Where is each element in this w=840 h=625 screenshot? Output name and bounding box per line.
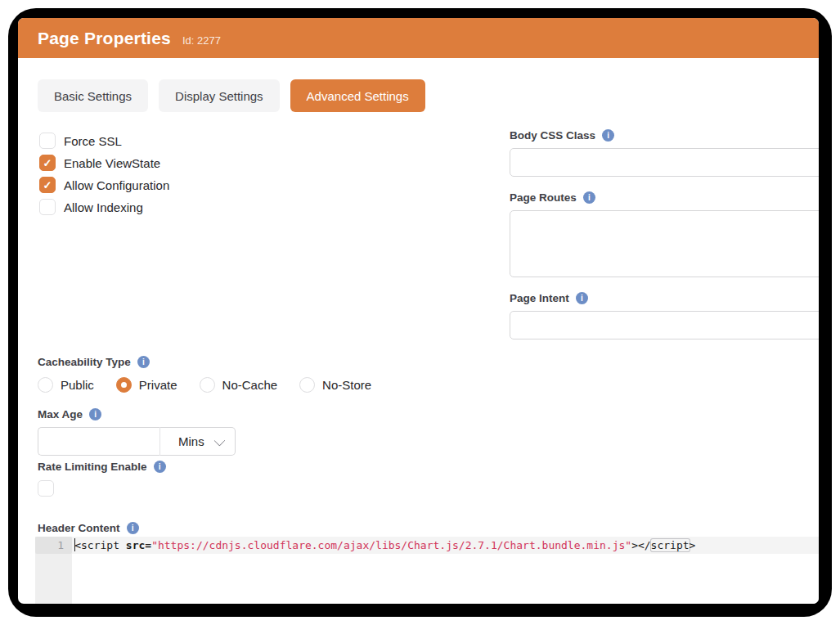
allow-indexing-checkbox[interactable]: ✓ [39,199,56,215]
private-radio[interactable] [116,377,132,393]
rate-limiting-label-row: Rate Limiting Enable i [38,461,166,473]
radio-label: Public [61,378,94,392]
page-intent-input[interactable] [510,311,819,339]
max-age-unit-select[interactable]: Mins [160,427,236,456]
page-intent-label-row: Page Intent i [510,292,819,304]
tab-basic-settings[interactable]: Basic Settings [38,79,148,112]
info-icon[interactable]: i [576,292,588,304]
max-age-label: Max Age [38,408,83,420]
force-ssl-checkbox[interactable]: ✓ [39,133,56,149]
body-css-class-label-row: Body CSS Class i [510,129,819,142]
max-age-section: Max Age i Mins [38,408,236,456]
radio-label: No-Cache [222,378,278,392]
page-properties-dialog: Page Properties Id: 2277 Basic Settings … [18,18,819,604]
radio-option-private: Private [116,377,177,393]
cacheability-radio-group: Public Private No-Cache No-Store [38,377,371,393]
checkbox-label: Allow Configuration [64,178,169,192]
dialog-titlebar: Page Properties Id: 2277 [18,18,819,58]
checkbox-row-allow-indexing: ✓ Allow Indexing [39,199,169,215]
radio-option-public: Public [38,377,94,393]
max-age-input-group: Mins [38,427,236,456]
chevron-down-icon [213,434,225,446]
info-icon[interactable]: i [127,522,139,534]
info-icon[interactable]: i [89,408,101,420]
checkbox-label: Force SSL [64,134,122,148]
code-token: <script [74,539,126,551]
checkbox-row-enable-viewstate: ✓ Enable ViewState [39,155,169,171]
max-age-input[interactable] [38,427,160,456]
line-number: 1 [35,537,72,554]
page-option-checkboxes: ✓ Force SSL ✓ Enable ViewState ✓ Allow C… [39,133,169,215]
header-content-label: Header Content [38,522,120,534]
allow-configuration-checkbox[interactable]: ✓ [39,177,56,193]
radio-option-no-cache: No-Cache [200,377,278,393]
settings-tabs: Basic Settings Display Settings Advanced… [38,79,425,112]
checkbox-label: Enable ViewState [64,156,160,170]
radio-label: No-Store [322,378,371,392]
cacheability-section: Cacheability Type i Public Private No-Ca… [38,356,371,393]
body-css-class-label: Body CSS Class [510,129,595,142]
tab-label: Basic Settings [54,89,132,103]
tab-display-settings[interactable]: Display Settings [159,79,280,112]
code-token: script [651,539,690,551]
rate-limiting-enable-label: Rate Limiting Enable [38,461,147,473]
max-age-label-row: Max Age i [38,408,236,420]
checkbox-row-allow-configuration: ✓ Allow Configuration [39,177,169,193]
rate-limiting-section: Rate Limiting Enable i ✓ [38,461,166,497]
header-content-code-editor[interactable]: 1 <script src="https://cdnjs.cloudflare.… [35,537,819,604]
page-id-label: Id: 2277 [182,34,221,47]
max-age-unit-value: Mins [178,434,204,448]
cacheability-type-label: Cacheability Type [38,356,131,368]
code-editor-gutter: 1 [35,537,72,604]
public-radio[interactable] [38,377,53,393]
radio-option-no-store: No-Store [299,377,371,393]
page-routes-label: Page Routes [510,191,577,204]
code-token: ></ [631,539,650,551]
dialog-title: Page Properties [38,29,171,48]
tab-label: Advanced Settings [307,89,409,103]
right-column-fields: Body CSS Class i Page Routes i Page Inte… [510,129,819,339]
tab-advanced-settings[interactable]: Advanced Settings [290,79,425,112]
radio-label: Private [139,378,177,392]
code-token: > [690,539,696,551]
header-content-label-row: Header Content i [38,522,139,534]
info-icon[interactable]: i [602,129,614,142]
page-intent-label: Page Intent [510,292,569,304]
code-token: src= [126,539,151,551]
tab-label: Display Settings [175,89,263,103]
info-icon[interactable]: i [154,461,166,473]
rate-limiting-checkbox[interactable]: ✓ [38,480,54,497]
checkmark-icon: ✓ [43,180,52,191]
page-routes-label-row: Page Routes i [510,191,819,204]
cacheability-label-row: Cacheability Type i [38,356,371,368]
window-frame: Page Properties Id: 2277 Basic Settings … [8,8,832,617]
info-icon[interactable]: i [583,191,595,204]
checkbox-row-force-ssl: ✓ Force SSL [39,133,169,149]
enable-viewstate-checkbox[interactable]: ✓ [39,155,56,171]
code-editor-text-area[interactable]: <script src="https://cdnjs.cloudflare.co… [72,537,819,604]
info-icon[interactable]: i [137,356,150,368]
no-store-radio[interactable] [299,377,315,393]
no-cache-radio[interactable] [200,377,215,393]
page-routes-textarea[interactable] [510,210,819,277]
code-token: "https://cdnjs.cloudflare.com/ajax/libs/… [151,539,631,551]
code-line: <script src="https://cdnjs.cloudflare.co… [72,537,819,554]
body-css-class-input[interactable] [510,148,819,177]
checkmark-icon: ✓ [43,158,52,169]
checkbox-label: Allow Indexing [64,200,143,214]
